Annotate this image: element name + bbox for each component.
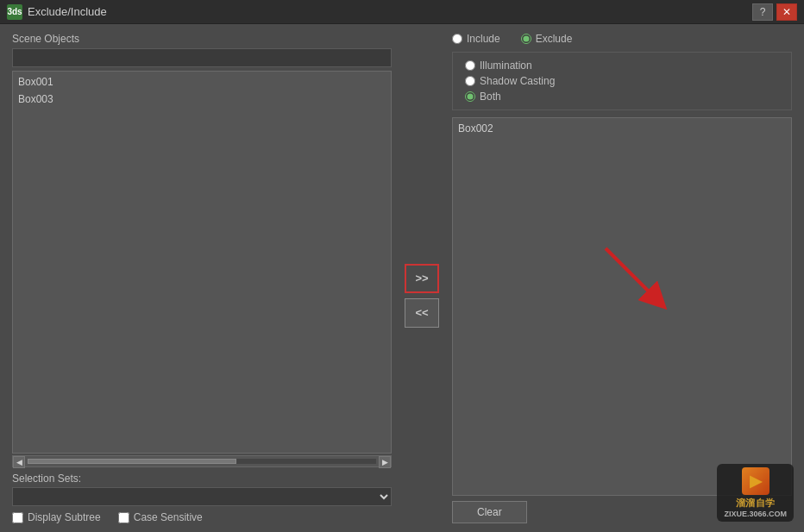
case-sensitive-checkbox[interactable] (118, 512, 129, 523)
case-sensitive-label: Case Sensitive (134, 511, 203, 523)
illumination-label: Illumination (480, 59, 532, 72)
include-button[interactable]: >> (405, 264, 439, 293)
search-input[interactable] (12, 48, 392, 67)
illumination-radio[interactable] (465, 60, 475, 71)
options-box: Illumination Shadow Casting Both (452, 52, 792, 110)
clear-button[interactable]: Clear (452, 501, 527, 523)
both-radio[interactable] (465, 91, 475, 102)
selection-sets-label: Selection Sets: (12, 473, 392, 485)
middle-buttons: >> << (402, 33, 442, 523)
exclude-include-list[interactable]: Box002 (452, 117, 792, 496)
selection-sets-select[interactable] (12, 487, 392, 506)
exclude-radio[interactable] (521, 34, 531, 44)
list-item[interactable]: Box002 (455, 120, 789, 137)
title-bar-left: 3ds Exclude/Include (7, 4, 107, 20)
watermark-icon: ▶ (742, 467, 769, 495)
watermark: ▶ 溜溜自学 ZIXUE.3066.COM (717, 464, 794, 522)
help-button[interactable]: ? (752, 3, 773, 21)
include-exclude-row: Include Exclude (452, 33, 792, 45)
exclude-radio-label[interactable]: Exclude (521, 33, 573, 45)
scroll-left-arrow[interactable]: ◀ (13, 456, 25, 468)
title-bar: 3ds Exclude/Include ? ✕ (0, 0, 804, 24)
exclude-label: Exclude (536, 33, 573, 45)
include-label: Include (467, 33, 500, 45)
scrollbar-track[interactable] (27, 458, 377, 465)
list-item[interactable]: Box001 (15, 73, 389, 91)
scroll-right-arrow[interactable]: ▶ (379, 456, 391, 468)
scene-objects-list[interactable]: Box001 Box003 (12, 71, 392, 454)
close-button[interactable]: ✕ (776, 3, 797, 21)
display-subtree-checkbox-label[interactable]: Display Subtree (12, 511, 101, 523)
display-subtree-label: Display Subtree (28, 511, 101, 523)
right-panel: Include Exclude Illumination Shadow Cast… (452, 33, 792, 523)
both-radio-label[interactable]: Both (465, 91, 779, 103)
illumination-radio-label[interactable]: Illumination (465, 59, 779, 72)
shadow-casting-radio[interactable] (465, 76, 475, 86)
exclude-button[interactable]: << (405, 298, 439, 328)
shadow-casting-radio-label[interactable]: Shadow Casting (465, 75, 779, 87)
dialog-body: Scene Objects Box001 Box003 ◀ ▶ Selectio… (0, 24, 804, 532)
checkboxes-row: Display Subtree Case Sensitive (12, 511, 392, 523)
left-panel: Scene Objects Box001 Box003 ◀ ▶ Selectio… (12, 33, 392, 523)
title-bar-right: ? ✕ (752, 3, 797, 21)
include-radio[interactable] (452, 34, 462, 44)
display-subtree-checkbox[interactable] (12, 512, 23, 523)
both-label: Both (480, 91, 501, 103)
selection-sets-row: Selection Sets: (12, 473, 392, 506)
scrollbar-thumb[interactable] (28, 459, 236, 464)
case-sensitive-checkbox-label[interactable]: Case Sensitive (118, 511, 203, 523)
window-title: Exclude/Include (28, 5, 107, 18)
include-radio-label[interactable]: Include (452, 33, 500, 45)
watermark-url: ZIXUE.3066.COM (724, 510, 787, 518)
horizontal-scrollbar[interactable]: ◀ ▶ (12, 455, 392, 467)
app-icon: 3ds (7, 4, 22, 20)
watermark-brand: 溜溜自学 (736, 497, 776, 510)
list-item[interactable]: Box003 (15, 91, 389, 108)
shadow-casting-label: Shadow Casting (480, 75, 555, 87)
scene-objects-label: Scene Objects (12, 33, 392, 45)
